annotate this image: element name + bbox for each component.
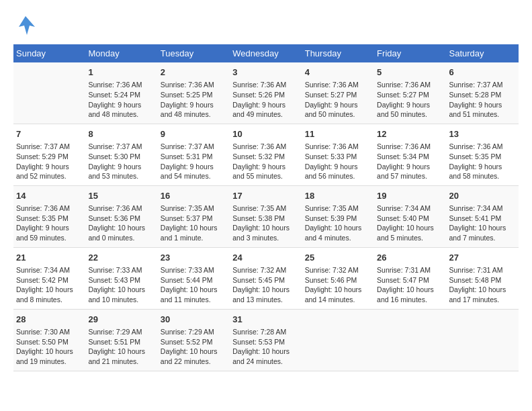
calendar-cell: 31Sunrise: 7:28 AMSunset: 5:53 PMDayligh…	[230, 309, 302, 371]
day-info-line: Daylight: 9 hours	[16, 162, 83, 172]
column-header-sunday: Sunday	[13, 44, 85, 62]
day-number: 16	[161, 190, 227, 202]
day-info-line: Sunset: 5:44 PM	[161, 275, 227, 285]
day-info-line: and 49 minutes.	[232, 109, 299, 120]
day-info-line: Sunset: 5:47 PM	[377, 275, 443, 285]
day-number: 19	[377, 190, 443, 202]
day-info-line: and 50 minutes.	[305, 109, 371, 120]
day-info-line: Sunrise: 7:35 AM	[232, 203, 299, 214]
day-info-line: Sunrise: 7:29 AM	[161, 327, 227, 337]
day-info-line: and 50 minutes.	[377, 109, 443, 120]
day-info-line: Daylight: 10 hours	[88, 223, 154, 233]
day-number: 18	[305, 190, 371, 202]
day-info-line: Sunrise: 7:33 AM	[88, 265, 154, 275]
day-info-line: and 3 minutes.	[232, 233, 299, 243]
day-number: 8	[88, 128, 154, 140]
day-info-line: and 58 minutes.	[449, 171, 516, 181]
calendar-cell: 28Sunrise: 7:30 AMSunset: 5:50 PMDayligh…	[13, 309, 85, 371]
day-info-line: Sunrise: 7:33 AM	[161, 265, 227, 275]
calendar-cell: 8Sunrise: 7:37 AMSunset: 5:30 PMDaylight…	[85, 124, 157, 185]
day-info-line: and 24 minutes.	[232, 357, 299, 367]
day-number: 11	[305, 128, 371, 140]
day-info-line: and 10 minutes.	[88, 295, 154, 305]
day-info-line: Sunset: 5:35 PM	[16, 214, 83, 224]
day-info-line: Sunset: 5:48 PM	[449, 275, 516, 285]
day-info-line: Sunset: 5:26 PM	[232, 90, 299, 100]
day-info-line: Sunrise: 7:36 AM	[449, 142, 516, 152]
svg-marker-0	[19, 16, 35, 35]
day-number: 30	[161, 314, 227, 326]
day-number: 9	[161, 128, 227, 140]
day-info-line: Sunset: 5:51 PM	[88, 337, 154, 347]
day-info-line: Daylight: 9 hours	[16, 223, 83, 233]
day-info-line: Daylight: 10 hours	[232, 347, 299, 357]
calendar-week-row: 21Sunrise: 7:34 AMSunset: 5:42 PMDayligh…	[13, 247, 519, 309]
day-info-line: Sunset: 5:25 PM	[161, 90, 227, 100]
calendar-cell: 29Sunrise: 7:29 AMSunset: 5:51 PMDayligh…	[85, 309, 157, 371]
day-info-line: Sunrise: 7:32 AM	[305, 265, 371, 275]
day-info-line: Daylight: 10 hours	[377, 223, 443, 233]
day-number: 25	[305, 252, 371, 264]
column-header-friday: Friday	[374, 44, 446, 62]
day-info-line: Sunset: 5:39 PM	[305, 214, 371, 224]
day-number: 26	[377, 252, 443, 264]
day-info-line: and 22 minutes.	[161, 357, 227, 367]
day-number: 23	[161, 252, 227, 264]
day-info-line: Sunrise: 7:34 AM	[377, 203, 443, 214]
day-info-line: Sunrise: 7:37 AM	[88, 142, 154, 152]
day-info-line: and 4 minutes.	[305, 233, 371, 243]
day-info-line: Sunset: 5:27 PM	[377, 90, 443, 100]
day-info-line: Sunset: 5:52 PM	[161, 337, 227, 347]
day-number: 27	[449, 252, 516, 264]
calendar-cell: 4Sunrise: 7:36 AMSunset: 5:27 PMDaylight…	[302, 62, 374, 124]
day-info-line: Daylight: 10 hours	[16, 285, 83, 295]
calendar-cell	[374, 309, 446, 371]
day-info-line: Sunset: 5:37 PM	[161, 214, 227, 224]
column-header-saturday: Saturday	[447, 44, 519, 62]
day-number: 22	[88, 252, 154, 264]
calendar-cell: 16Sunrise: 7:35 AMSunset: 5:37 PMDayligh…	[158, 185, 230, 247]
day-info-line: Daylight: 10 hours	[305, 223, 371, 233]
day-number: 31	[232, 314, 299, 326]
day-info-line: and 51 minutes.	[449, 109, 516, 120]
day-number: 13	[449, 128, 516, 140]
calendar-cell	[302, 309, 374, 371]
day-info-line: and 52 minutes.	[16, 171, 83, 181]
day-number: 6	[449, 66, 516, 79]
day-info-line: Sunrise: 7:31 AM	[449, 265, 516, 275]
day-number: 12	[377, 128, 443, 140]
day-number: 29	[88, 314, 154, 326]
day-info-line: Daylight: 9 hours	[88, 162, 154, 172]
day-info-line: Sunset: 5:34 PM	[377, 152, 443, 162]
day-info-line: Sunset: 5:45 PM	[232, 275, 299, 285]
day-info-line: Sunrise: 7:36 AM	[232, 142, 299, 152]
calendar-cell: 20Sunrise: 7:34 AMSunset: 5:41 PMDayligh…	[447, 185, 519, 247]
day-info-line: Sunrise: 7:37 AM	[161, 142, 227, 152]
day-info-line: Sunset: 5:50 PM	[16, 337, 83, 347]
calendar-cell: 18Sunrise: 7:35 AMSunset: 5:39 PMDayligh…	[302, 185, 374, 247]
logo-icon	[13, 13, 38, 38]
day-info-line: and 5 minutes.	[377, 233, 443, 243]
day-info-line: Sunset: 5:46 PM	[305, 275, 371, 285]
day-info-line: Sunset: 5:41 PM	[449, 214, 516, 224]
day-info-line: Daylight: 10 hours	[305, 285, 371, 295]
day-number: 2	[161, 66, 227, 79]
day-number: 24	[232, 252, 299, 264]
day-info-line: and 11 minutes.	[161, 295, 227, 305]
day-info-line: Daylight: 10 hours	[88, 347, 154, 357]
calendar-cell: 25Sunrise: 7:32 AMSunset: 5:46 PMDayligh…	[302, 247, 374, 309]
day-info-line: Sunrise: 7:29 AM	[88, 327, 154, 337]
calendar-cell: 21Sunrise: 7:34 AMSunset: 5:42 PMDayligh…	[13, 247, 85, 309]
day-info-line: Sunrise: 7:37 AM	[449, 80, 516, 90]
day-info-line: Sunrise: 7:35 AM	[161, 203, 227, 214]
day-info-line: Sunset: 5:32 PM	[232, 152, 299, 162]
column-header-wednesday: Wednesday	[230, 44, 302, 62]
calendar-cell: 5Sunrise: 7:36 AMSunset: 5:27 PMDaylight…	[374, 62, 446, 124]
calendar-week-row: 28Sunrise: 7:30 AMSunset: 5:50 PMDayligh…	[13, 309, 519, 371]
day-info-line: Sunset: 5:35 PM	[449, 152, 516, 162]
calendar-cell: 13Sunrise: 7:36 AMSunset: 5:35 PMDayligh…	[447, 124, 519, 185]
day-info-line: and 19 minutes.	[16, 357, 83, 367]
day-number: 10	[232, 128, 299, 140]
calendar-week-row: 7Sunrise: 7:37 AMSunset: 5:29 PMDaylight…	[13, 124, 519, 185]
day-info-line: Sunset: 5:27 PM	[305, 90, 371, 100]
